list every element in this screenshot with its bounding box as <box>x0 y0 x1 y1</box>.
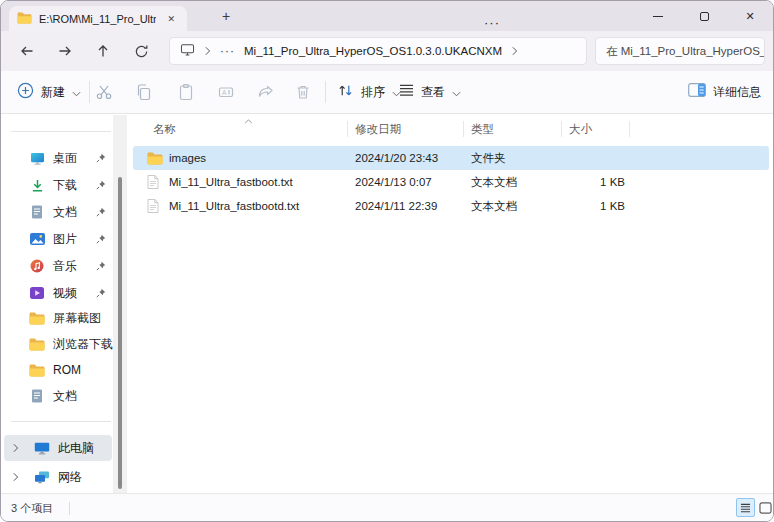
file-date: 2024/1/11 22:39 <box>355 194 437 218</box>
sidebar-item-videos[interactable]: 视频 <box>4 280 112 306</box>
chevron-right-icon[interactable] <box>12 472 26 482</box>
pin-icon <box>96 207 106 217</box>
file-type: 文本文档 <box>471 194 517 218</box>
file-type: 文件夹 <box>471 146 506 170</box>
file-type: 文本文档 <box>471 170 517 194</box>
sort-ascending-icon <box>244 110 253 128</box>
thumbnail-view-toggle[interactable] <box>756 498 774 517</box>
sidebar-scrollbar-thumb[interactable] <box>118 177 122 489</box>
tab-close-button[interactable]: ✕ <box>163 12 179 26</box>
column-header-type[interactable]: 类型 <box>471 117 494 141</box>
column-header-size[interactable]: 大小 <box>569 117 592 141</box>
sidebar-item-this-pc[interactable]: 此电脑 <box>4 435 112 461</box>
forward-button[interactable] <box>51 37 79 65</box>
document-icon <box>29 389 45 403</box>
chevron-right-icon[interactable] <box>12 443 26 453</box>
pin-icon <box>96 261 106 271</box>
cut-button[interactable] <box>89 77 119 107</box>
breadcrumb-segment[interactable]: Mi_11_Pro_Ultra_HyperOS_OS1.0.3.0.UKACNX… <box>244 45 502 57</box>
music-icon <box>29 259 45 273</box>
sidebar-item-pictures[interactable]: 图片 <box>4 226 112 252</box>
sidebar-item-screenshots[interactable]: 屏幕截图 <box>4 305 112 331</box>
view-button[interactable]: 查看 <box>399 71 461 113</box>
view-label: 查看 <box>421 84 445 101</box>
window-controls: ✕ <box>635 1 773 31</box>
computer-icon <box>180 42 195 60</box>
cut-icon <box>95 83 113 101</box>
titlebar: E:\ROM\Mi_11_Pro_Ultra_Hype ✕ + ✕ <box>1 1 773 31</box>
videos-icon <box>29 287 45 299</box>
copy-icon <box>135 83 153 101</box>
close-button[interactable]: ✕ <box>727 1 773 31</box>
paste-button[interactable] <box>171 77 201 107</box>
file-size: 1 KB <box>553 170 625 194</box>
delete-button[interactable] <box>288 77 318 107</box>
pin-icon <box>96 153 106 163</box>
item-count: 3 个项目 <box>11 494 53 522</box>
folder-icon <box>29 338 45 351</box>
sort-icon <box>337 83 354 102</box>
pin-icon <box>96 288 106 298</box>
chevron-right-icon[interactable] <box>204 42 211 60</box>
search-input[interactable] <box>596 38 765 64</box>
details-label: 详细信息 <box>713 84 761 101</box>
copy-button[interactable] <box>129 77 159 107</box>
new-tab-button[interactable]: + <box>215 5 237 27</box>
folder-icon <box>29 312 45 325</box>
minimize-button[interactable] <box>635 1 681 31</box>
sidebar-item-rom[interactable]: ROM <box>4 357 112 383</box>
column-divider[interactable] <box>463 121 464 137</box>
address-bar[interactable]: ··· Mi_11_Pro_Ultra_HyperOS_OS1.0.3.0.UK… <box>169 37 587 65</box>
thumbnail-view-icon <box>759 502 772 514</box>
delete-icon <box>294 83 312 101</box>
new-button[interactable]: 新建 <box>17 71 81 113</box>
column-divider[interactable] <box>629 121 630 137</box>
new-label: 新建 <box>41 84 65 101</box>
share-button[interactable] <box>251 77 281 107</box>
folder-icon <box>17 10 32 28</box>
details-pane-toggle[interactable]: 详细信息 <box>688 71 761 113</box>
search-box <box>595 37 765 65</box>
maximize-button[interactable] <box>681 1 727 31</box>
file-row-fastbootd-txt[interactable]: Mi_11_Ultra_fastbootd.txt 2024/1/11 22:3… <box>133 194 769 218</box>
sidebar-item-network[interactable]: 网络 <box>4 464 112 490</box>
file-date: 2024/1/13 0:07 <box>355 170 432 194</box>
back-button[interactable] <box>13 37 41 65</box>
folder-icon <box>29 364 45 377</box>
pictures-icon <box>29 233 45 245</box>
sidebar-scrollbar[interactable] <box>113 115 127 493</box>
sidebar-divider <box>11 421 111 422</box>
up-button[interactable] <box>89 37 117 65</box>
tab-title: E:\ROM\Mi_11_Pro_Ultra_Hype <box>39 13 156 25</box>
details-view-toggle[interactable] <box>736 498 755 517</box>
forward-icon <box>57 43 73 59</box>
refresh-icon <box>134 44 149 59</box>
sidebar-item-downloads[interactable]: 下载 <box>4 172 112 198</box>
sidebar-item-browser-downloads[interactable]: 浏览器下载 <box>4 331 112 357</box>
details-pane-icon <box>688 83 706 101</box>
column-divider[interactable] <box>347 121 348 137</box>
sidebar-item-desktop[interactable]: 桌面 <box>4 145 112 171</box>
file-name: Mi_11_Ultra_fastboot.txt <box>169 170 293 194</box>
breadcrumb-overflow-button[interactable]: ··· <box>220 44 235 58</box>
rename-icon: A <box>217 83 235 101</box>
file-row-images[interactable]: images 2024/1/20 23:43 文件夹 <box>133 146 769 170</box>
sidebar-item-music[interactable]: 音乐 <box>4 253 112 279</box>
download-icon <box>29 179 45 192</box>
sort-button[interactable]: 排序 <box>337 71 401 113</box>
sidebar-item-documents-2[interactable]: 文档 <box>4 383 112 409</box>
text-file-icon <box>147 170 159 194</box>
chevron-right-icon[interactable] <box>511 42 518 60</box>
column-divider[interactable] <box>561 121 562 137</box>
sidebar-item-documents[interactable]: 文档 <box>4 199 112 225</box>
refresh-button[interactable] <box>127 37 155 65</box>
more-options-button[interactable]: ··· <box>477 7 507 37</box>
toolbar-divider <box>325 81 326 103</box>
explorer-tab[interactable]: E:\ROM\Mi_11_Pro_Ultra_Hype ✕ <box>9 6 187 31</box>
folder-icon <box>147 146 163 170</box>
column-header-name[interactable]: 名称 <box>153 117 176 141</box>
plus-circle-icon <box>17 82 34 103</box>
file-row-fastboot-txt[interactable]: Mi_11_Ultra_fastboot.txt 2024/1/13 0:07 … <box>133 170 769 194</box>
rename-button[interactable]: A <box>211 77 241 107</box>
column-header-date[interactable]: 修改日期 <box>355 117 401 141</box>
